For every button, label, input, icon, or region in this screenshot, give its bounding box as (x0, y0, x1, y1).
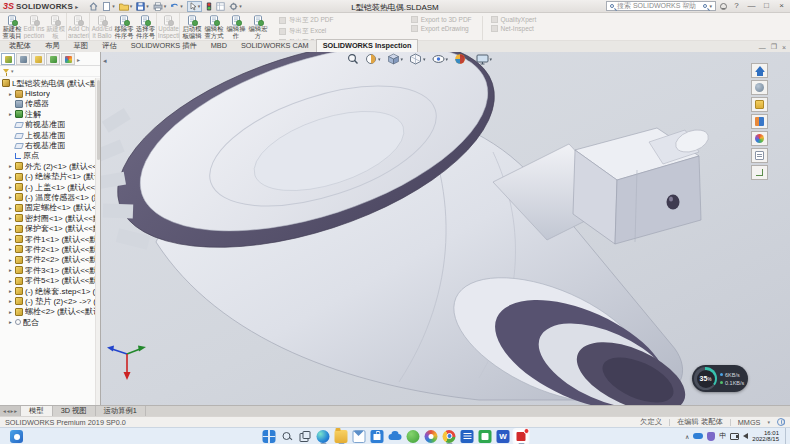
search-input[interactable]: 搜索 SOLIDWORKS 帮助 ▾ (606, 1, 716, 11)
tray-overflow-icon[interactable]: ∧ (685, 433, 689, 440)
export-item[interactable]: QualityXpert (491, 16, 537, 23)
export-item[interactable]: Net-Inspect (491, 25, 537, 32)
login-user-icon[interactable] (720, 3, 727, 10)
ribbon-button-edit-inspection-methods[interactable]: 编辑检查方式 (203, 13, 225, 40)
taskbar-app-photos[interactable] (425, 430, 438, 443)
file-properties-button[interactable] (216, 2, 225, 11)
ribbon-button-edit-macros[interactable]: 编辑宏方 (247, 13, 269, 40)
search-icon[interactable] (703, 4, 707, 8)
close-button[interactable]: × (776, 1, 787, 11)
filter-dropdown-icon[interactable]: ▾ (11, 68, 14, 74)
ribbon-button-new-inspection-project[interactable]: 新建检查项目 (1, 13, 23, 40)
units-dropdown-icon[interactable]: ▾ (767, 419, 770, 425)
tree-item[interactable]: ▸ 外壳 (2)<1> (默认<<默认>_显示状 (0, 161, 100, 171)
taskbar-app-chrome[interactable] (443, 430, 456, 443)
file-explorer-tab[interactable] (751, 97, 768, 112)
minimize-button[interactable]: — (746, 1, 757, 11)
volume-tray-icon[interactable] (743, 433, 748, 439)
security-tray-icon[interactable] (707, 432, 715, 441)
taskbar-app-onedrive[interactable] (389, 430, 402, 443)
taskbar-app-search[interactable] (281, 430, 294, 443)
tab-sketch[interactable]: 草图 (66, 39, 95, 52)
clock[interactable]: 16:01 2022/8/15 (752, 430, 779, 443)
restore-button[interactable]: □ (761, 1, 772, 11)
taskbar-app-notes[interactable] (479, 430, 492, 443)
ribbon-button-edit-inspection-project[interactable]: Edit Inspection Project (23, 13, 45, 40)
rebuild-button[interactable] (206, 2, 212, 11)
tree-item[interactable]: ▸ 零件5<1> (默认<<默认>_显示状 (0, 275, 100, 285)
appearances-icon[interactable]: ▾ (454, 53, 470, 65)
export-item[interactable]: Export eDrawing (411, 25, 472, 32)
taskbar-app-edge[interactable] (317, 430, 330, 443)
globe-icon[interactable] (777, 418, 785, 426)
monitor-widget[interactable]: 35% 6KB/s 0.1KB/s (692, 365, 748, 392)
tree-item[interactable]: 右视基准面 (0, 140, 100, 150)
taskbar-app-file-explorer[interactable] (335, 430, 348, 443)
ribbon-button-launch-template-editor[interactable]: 启动模板编辑器 (181, 13, 203, 40)
tree-item[interactable]: ▸ (-) 垫片 (2)<2> ->? (默认<<默认> (0, 296, 100, 306)
panel-scrollbar[interactable] (95, 78, 100, 405)
tree-item[interactable]: ▸ 零件2<1> (默认<<默认>_显示状 (0, 244, 100, 254)
units-selector[interactable]: MMGS (738, 418, 761, 427)
display-style-icon[interactable]: ▾ (409, 53, 426, 65)
tab-featuremanager-tree[interactable] (1, 53, 15, 65)
ribbon-button-add-characteristic[interactable]: Add Characteristic (68, 13, 90, 40)
show-desktop-button[interactable] (785, 428, 787, 444)
tree-item[interactable]: 传感器 (0, 99, 100, 109)
doc-restore-icon[interactable]: ❐ (771, 43, 777, 51)
custom-properties-tab[interactable] (751, 148, 768, 163)
tab-assembly[interactable]: 装配体 (2, 39, 38, 52)
tab-mbd[interactable]: MBD (204, 39, 234, 52)
tab-configurationmanager[interactable] (31, 53, 45, 65)
home-button[interactable] (89, 2, 98, 11)
help-button[interactable]: ? (731, 1, 742, 11)
taskbar-app-start[interactable] (263, 430, 276, 443)
tree-item[interactable]: ▸ (-) 上盖<1> (默认<<默认>_显示状 (0, 182, 100, 192)
save-button[interactable]: ▾ (136, 2, 149, 11)
share-tab[interactable] (751, 165, 768, 180)
doc-tab-3d-views[interactable]: 3D 视图 (53, 406, 96, 416)
tree-item[interactable]: ▸ 配合 (0, 317, 100, 327)
tree-item[interactable]: ▸ 注解 (0, 109, 100, 119)
first-tab-icon[interactable]: ◂ (3, 408, 6, 414)
ribbon-button-update-inspection-project[interactable]: Update Inspection Project (158, 13, 180, 40)
open-button[interactable]: ▾ (119, 2, 133, 11)
tree-item[interactable]: 原点 (0, 151, 100, 161)
tree-filter[interactable]: ▾ (0, 66, 100, 77)
view-palette-tab[interactable] (751, 114, 768, 129)
last-tab-icon[interactable]: ▸ (14, 408, 17, 414)
tab-inspection[interactable]: SOLIDWORKS Inspection (316, 39, 419, 52)
ime-indicator[interactable]: 中 (719, 431, 726, 441)
doc-minimize-icon[interactable]: — (759, 44, 766, 51)
menu-flyout-icon[interactable]: ▸ (75, 3, 78, 10)
tab-dimxpertmanager[interactable] (46, 53, 60, 65)
select-button[interactable]: ▾ (187, 1, 203, 12)
tab-addins[interactable]: SOLIDWORKS 插件 (124, 39, 204, 52)
tab-cam[interactable]: SOLIDWORKS CAM (234, 39, 316, 52)
print-button[interactable]: ▾ (153, 2, 167, 11)
zoom-fit-icon[interactable] (347, 53, 359, 65)
tree-item[interactable]: ▸ 螺栓<2> (默认<<默认>_显示状态 (0, 307, 100, 317)
tree-item[interactable]: ▸ 保护套<1> (默认<<默认>_显示状 (0, 223, 100, 233)
tree-item[interactable]: ▸ (-) 温度传感器<1> (默认<<默认>_ (0, 192, 100, 202)
section-view-icon[interactable]: ▾ (365, 53, 381, 65)
doc-close-icon[interactable]: × (782, 44, 786, 51)
view-orientation-icon[interactable]: ▾ (387, 53, 404, 65)
new-document-button[interactable]: ▾ (102, 2, 115, 11)
next-tab-icon[interactable]: ▸ (11, 408, 14, 414)
panel-scrollbar-thumb[interactable] (97, 80, 101, 160)
export-item[interactable]: 导出至 2D PDF (279, 16, 401, 25)
tree-item[interactable]: ▸ (-) 绝缘垫片<1> (默认<<默认>_显 (0, 172, 100, 182)
taskbar-app-mail[interactable] (353, 430, 366, 443)
tree-item[interactable]: ▸ 固定螺栓<1> (默认<<默认>_显示 (0, 203, 100, 213)
prev-tab-icon[interactable]: ◂ (7, 408, 10, 414)
taskbar-app-store[interactable] (371, 430, 384, 443)
tree-item[interactable]: ▸ 零件2<2> (默认<<默认>_显示状 (0, 255, 100, 265)
ribbon-button-new-template[interactable]: 新建模板 (45, 13, 67, 40)
appearances-scenes-tab[interactable] (751, 131, 768, 146)
ribbon-button-add-edit-balloons[interactable]: Add/Edit Balloons (91, 13, 113, 40)
panel-collapse-icon[interactable]: ◂ (103, 57, 107, 65)
hide-show-items-icon[interactable]: ▾ (432, 54, 449, 64)
tree-item[interactable]: ▸ 零件1<1> (默认<<默认>_显示状态 (0, 234, 100, 244)
tree-item[interactable]: 前视基准面 (0, 120, 100, 130)
